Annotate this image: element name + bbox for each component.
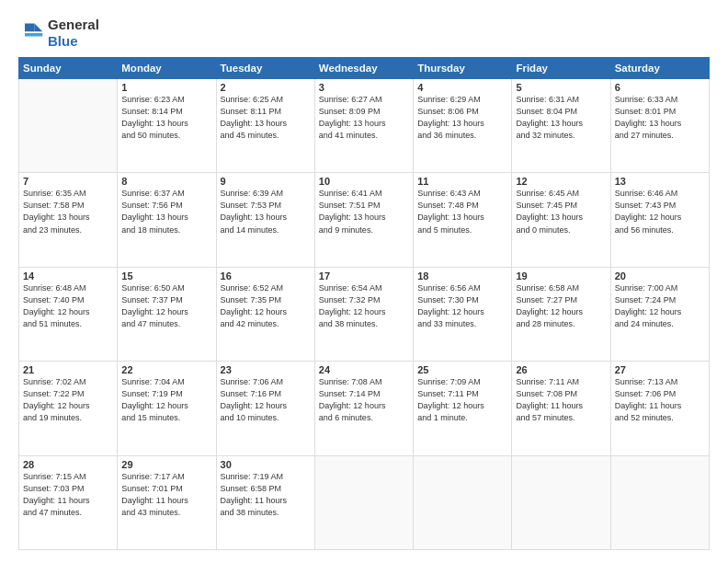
weekday-header-friday: Friday bbox=[512, 58, 610, 79]
day-info: Sunrise: 6:45 AM Sunset: 7:45 PM Dayligh… bbox=[516, 188, 606, 236]
calendar-cell: 27Sunrise: 7:13 AM Sunset: 7:06 PM Dayli… bbox=[610, 362, 709, 455]
weekday-header-sunday: Sunday bbox=[19, 58, 118, 79]
calendar-cell: 21Sunrise: 7:02 AM Sunset: 7:22 PM Dayli… bbox=[19, 362, 118, 455]
day-number: 14 bbox=[23, 270, 113, 282]
page: General Blue SundayMondayTuesdayWednesda… bbox=[0, 0, 728, 563]
calendar-cell: 8Sunrise: 6:37 AM Sunset: 7:56 PM Daylig… bbox=[118, 173, 216, 267]
calendar-cell: 22Sunrise: 7:04 AM Sunset: 7:19 PM Dayli… bbox=[118, 362, 216, 455]
day-info: Sunrise: 7:19 AM Sunset: 6:58 PM Dayligh… bbox=[221, 471, 311, 519]
day-number: 23 bbox=[221, 364, 311, 375]
day-info: Sunrise: 6:58 AM Sunset: 7:27 PM Dayligh… bbox=[516, 282, 606, 330]
logo: General Blue bbox=[18, 17, 99, 50]
day-info: Sunrise: 6:54 AM Sunset: 7:32 PM Dayligh… bbox=[319, 282, 409, 330]
day-number: 17 bbox=[319, 270, 409, 282]
day-info: Sunrise: 7:11 AM Sunset: 7:08 PM Dayligh… bbox=[516, 376, 606, 424]
day-number: 29 bbox=[121, 459, 211, 470]
day-number: 6 bbox=[615, 82, 705, 93]
calendar-cell: 4Sunrise: 6:29 AM Sunset: 8:06 PM Daylig… bbox=[414, 79, 512, 173]
calendar-cell bbox=[19, 79, 118, 173]
day-number: 9 bbox=[221, 176, 311, 187]
day-info: Sunrise: 6:41 AM Sunset: 7:51 PM Dayligh… bbox=[319, 188, 409, 236]
day-info: Sunrise: 6:50 AM Sunset: 7:37 PM Dayligh… bbox=[121, 282, 211, 330]
day-info: Sunrise: 6:37 AM Sunset: 7:56 PM Dayligh… bbox=[121, 188, 211, 236]
day-number: 27 bbox=[615, 364, 705, 375]
calendar-cell: 26Sunrise: 7:11 AM Sunset: 7:08 PM Dayli… bbox=[512, 362, 610, 455]
calendar-cell bbox=[610, 455, 709, 549]
day-info: Sunrise: 6:46 AM Sunset: 7:43 PM Dayligh… bbox=[615, 188, 705, 236]
day-number: 10 bbox=[319, 176, 409, 187]
day-info: Sunrise: 7:04 AM Sunset: 7:19 PM Dayligh… bbox=[121, 376, 211, 424]
day-info: Sunrise: 7:08 AM Sunset: 7:14 PM Dayligh… bbox=[319, 376, 409, 424]
calendar-cell: 7Sunrise: 6:35 AM Sunset: 7:58 PM Daylig… bbox=[19, 173, 118, 267]
day-info: Sunrise: 6:48 AM Sunset: 7:40 PM Dayligh… bbox=[23, 282, 113, 330]
day-number: 20 bbox=[615, 270, 705, 282]
weekday-header-wednesday: Wednesday bbox=[314, 58, 413, 79]
weekday-header-saturday: Saturday bbox=[610, 58, 709, 79]
day-info: Sunrise: 6:43 AM Sunset: 7:48 PM Dayligh… bbox=[417, 188, 507, 236]
day-number: 19 bbox=[516, 270, 606, 282]
day-number: 7 bbox=[23, 176, 113, 187]
calendar-cell: 13Sunrise: 6:46 AM Sunset: 7:43 PM Dayli… bbox=[610, 173, 709, 267]
day-info: Sunrise: 7:13 AM Sunset: 7:06 PM Dayligh… bbox=[615, 376, 705, 424]
calendar-cell: 24Sunrise: 7:08 AM Sunset: 7:14 PM Dayli… bbox=[314, 362, 413, 455]
day-number: 8 bbox=[121, 176, 211, 187]
day-info: Sunrise: 6:39 AM Sunset: 7:53 PM Dayligh… bbox=[221, 188, 311, 236]
day-number: 5 bbox=[516, 82, 606, 93]
calendar-cell: 15Sunrise: 6:50 AM Sunset: 7:37 PM Dayli… bbox=[118, 267, 216, 361]
calendar-cell: 14Sunrise: 6:48 AM Sunset: 7:40 PM Dayli… bbox=[19, 267, 118, 361]
day-number: 12 bbox=[516, 176, 606, 187]
calendar-cell: 19Sunrise: 6:58 AM Sunset: 7:27 PM Dayli… bbox=[512, 267, 610, 361]
calendar-cell: 1Sunrise: 6:23 AM Sunset: 8:14 PM Daylig… bbox=[118, 79, 216, 173]
day-number: 22 bbox=[121, 364, 211, 375]
calendar-cell: 29Sunrise: 7:17 AM Sunset: 7:01 PM Dayli… bbox=[118, 455, 216, 549]
logo-text: General Blue bbox=[48, 17, 99, 50]
svg-marker-0 bbox=[35, 24, 43, 32]
calendar-cell: 30Sunrise: 7:19 AM Sunset: 6:58 PM Dayli… bbox=[216, 455, 314, 549]
day-info: Sunrise: 7:09 AM Sunset: 7:11 PM Dayligh… bbox=[417, 376, 507, 424]
calendar-week-row: 7Sunrise: 6:35 AM Sunset: 7:58 PM Daylig… bbox=[19, 173, 710, 267]
day-number: 2 bbox=[221, 82, 311, 93]
calendar-cell: 2Sunrise: 6:25 AM Sunset: 8:11 PM Daylig… bbox=[216, 79, 314, 173]
day-number: 30 bbox=[221, 459, 311, 470]
day-number: 25 bbox=[417, 364, 507, 375]
day-info: Sunrise: 7:00 AM Sunset: 7:24 PM Dayligh… bbox=[615, 282, 705, 330]
weekday-header-tuesday: Tuesday bbox=[216, 58, 314, 79]
calendar-cell: 9Sunrise: 6:39 AM Sunset: 7:53 PM Daylig… bbox=[216, 173, 314, 267]
calendar-cell: 17Sunrise: 6:54 AM Sunset: 7:32 PM Dayli… bbox=[314, 267, 413, 361]
calendar-cell: 10Sunrise: 6:41 AM Sunset: 7:51 PM Dayli… bbox=[314, 173, 413, 267]
calendar-cell: 3Sunrise: 6:27 AM Sunset: 8:09 PM Daylig… bbox=[314, 79, 413, 173]
weekday-header-thursday: Thursday bbox=[414, 58, 512, 79]
calendar-cell bbox=[314, 455, 413, 549]
calendar-cell: 12Sunrise: 6:45 AM Sunset: 7:45 PM Dayli… bbox=[512, 173, 610, 267]
svg-rect-2 bbox=[25, 33, 42, 37]
day-info: Sunrise: 6:35 AM Sunset: 7:58 PM Dayligh… bbox=[23, 188, 113, 236]
day-info: Sunrise: 6:31 AM Sunset: 8:04 PM Dayligh… bbox=[516, 94, 606, 142]
day-number: 1 bbox=[121, 82, 211, 93]
day-number: 11 bbox=[417, 176, 507, 187]
day-info: Sunrise: 6:56 AM Sunset: 7:30 PM Dayligh… bbox=[417, 282, 507, 330]
calendar-cell bbox=[414, 455, 512, 549]
calendar-week-row: 14Sunrise: 6:48 AM Sunset: 7:40 PM Dayli… bbox=[19, 267, 710, 361]
day-number: 4 bbox=[417, 82, 507, 93]
day-info: Sunrise: 7:17 AM Sunset: 7:01 PM Dayligh… bbox=[121, 471, 211, 519]
svg-rect-1 bbox=[25, 24, 35, 32]
day-number: 18 bbox=[417, 270, 507, 282]
calendar-week-row: 21Sunrise: 7:02 AM Sunset: 7:22 PM Dayli… bbox=[19, 362, 710, 455]
header: General Blue bbox=[18, 17, 710, 50]
day-number: 3 bbox=[319, 82, 409, 93]
calendar-cell: 20Sunrise: 7:00 AM Sunset: 7:24 PM Dayli… bbox=[610, 267, 709, 361]
calendar-cell: 6Sunrise: 6:33 AM Sunset: 8:01 PM Daylig… bbox=[610, 79, 709, 173]
calendar-week-row: 28Sunrise: 7:15 AM Sunset: 7:03 PM Dayli… bbox=[19, 455, 710, 549]
day-info: Sunrise: 6:23 AM Sunset: 8:14 PM Dayligh… bbox=[121, 94, 211, 142]
day-number: 13 bbox=[615, 176, 705, 187]
day-info: Sunrise: 6:25 AM Sunset: 8:11 PM Dayligh… bbox=[221, 94, 311, 142]
weekday-header-monday: Monday bbox=[118, 58, 216, 79]
day-number: 24 bbox=[319, 364, 409, 375]
calendar-cell: 16Sunrise: 6:52 AM Sunset: 7:35 PM Dayli… bbox=[216, 267, 314, 361]
calendar-cell: 11Sunrise: 6:43 AM Sunset: 7:48 PM Dayli… bbox=[414, 173, 512, 267]
calendar-cell bbox=[512, 455, 610, 549]
day-info: Sunrise: 7:06 AM Sunset: 7:16 PM Dayligh… bbox=[221, 376, 311, 424]
calendar-cell: 5Sunrise: 6:31 AM Sunset: 8:04 PM Daylig… bbox=[512, 79, 610, 173]
calendar-week-row: 1Sunrise: 6:23 AM Sunset: 8:14 PM Daylig… bbox=[19, 79, 710, 173]
calendar-cell: 28Sunrise: 7:15 AM Sunset: 7:03 PM Dayli… bbox=[19, 455, 118, 549]
